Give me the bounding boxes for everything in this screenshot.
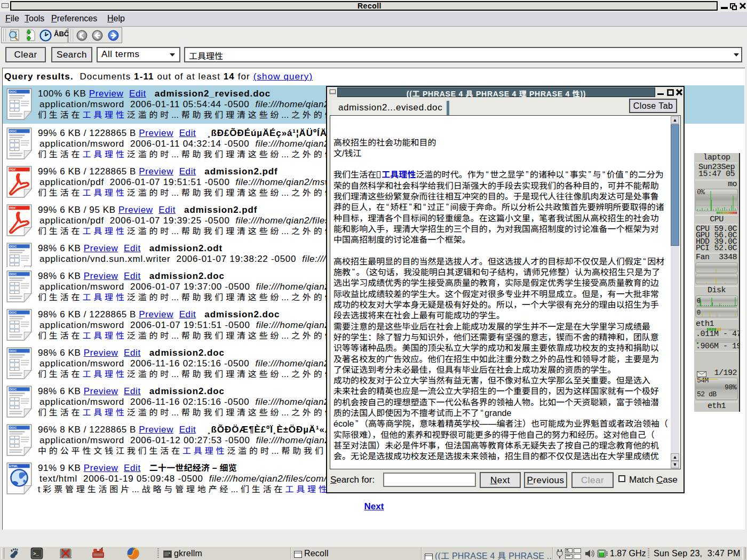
svg-text:>_: >_ xyxy=(33,551,39,557)
svg-text:PDF: PDF xyxy=(9,206,16,210)
svg-text:DOC: DOC xyxy=(9,387,17,391)
svg-text:DOC: DOC xyxy=(9,426,17,429)
svg-text:DOC: DOC xyxy=(9,272,17,276)
svg-text:DOC: DOC xyxy=(9,310,17,314)
svg-text:0: 0 xyxy=(697,298,701,305)
svg-text:DOC: DOC xyxy=(9,244,17,248)
svg-text:PDF: PDF xyxy=(9,167,16,171)
svg-text:DOC: DOC xyxy=(9,90,17,93)
svg-text:DOC: DOC xyxy=(9,349,17,353)
svg-text:HTML: HTML xyxy=(9,464,18,468)
svg-text:DOC: DOC xyxy=(9,129,17,133)
svg-text:0: 0 xyxy=(697,309,701,317)
